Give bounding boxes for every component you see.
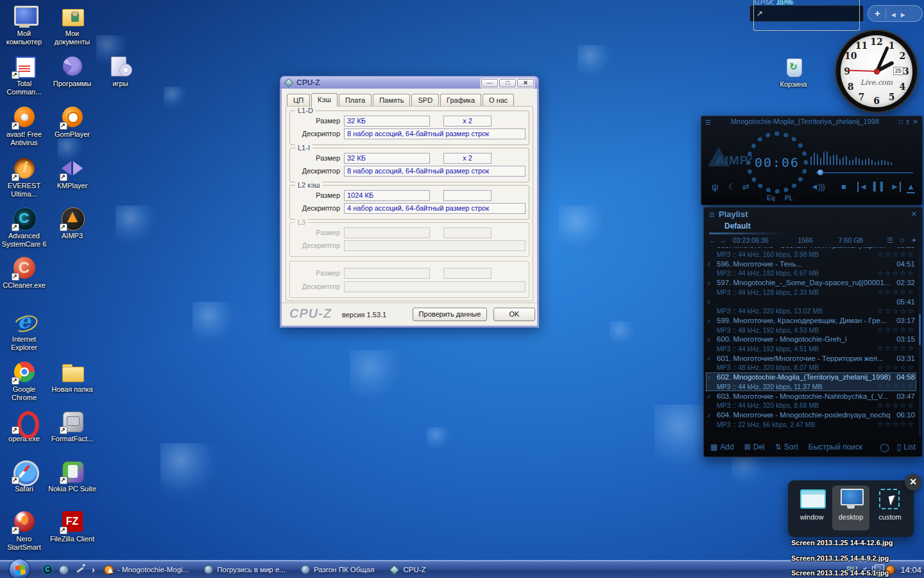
desktop-icon-recycle-bin[interactable]: Корзина — [769, 55, 817, 89]
menu-icon[interactable] — [709, 208, 715, 220]
quick-search-button[interactable]: Быстрый поиск — [809, 442, 862, 451]
descriptor-field[interactable]: 8 набор ассоций, 64-байтный размер строк — [344, 166, 526, 177]
progress-ring[interactable]: 00:06 — [746, 132, 808, 193]
tab-default[interactable]: Default — [724, 222, 751, 231]
tab-mainboard[interactable]: Плата — [339, 94, 372, 106]
minimize-icon[interactable] — [481, 79, 498, 87]
taskbar-button-cpuz[interactable]: CPU-Z — [389, 566, 425, 574]
size-field[interactable]: 32 КБ — [344, 153, 430, 164]
performance-gadget[interactable]: CPU:11% RAM:39% — [749, 5, 864, 22]
playlist-scrollbar[interactable] — [919, 247, 921, 436]
prev-page-icon[interactable] — [891, 8, 896, 19]
track-rating[interactable]: ☆☆☆☆☆ — [877, 401, 915, 410]
equalizer-label[interactable]: Eq — [767, 195, 775, 202]
track-row[interactable]: 599. Многоточие, Краснодеревщик, Диман -… — [706, 316, 916, 335]
add-gadget-icon[interactable] — [875, 8, 880, 19]
menu-icon[interactable] — [705, 116, 711, 127]
track-rating[interactable]: ☆☆☆☆☆ — [877, 382, 915, 390]
next-page-icon[interactable] — [901, 8, 905, 19]
track-rating[interactable]: ☆☆☆☆☆ — [877, 344, 915, 353]
quicklaunch-systemcare-icon[interactable] — [42, 565, 53, 575]
desktop-icon-ccleaner[interactable]: CCleaner.exe — [0, 256, 48, 290]
track-rating[interactable]: ☆☆☆☆☆ — [877, 269, 915, 277]
next-playlist-icon[interactable] — [720, 236, 727, 244]
taskbar-button-browser-1[interactable]: Погрузись в мир е... — [204, 565, 286, 574]
stop-icon[interactable] — [841, 182, 846, 192]
aimp-title-bar[interactable]: Mnogotochie-Mogila_(Territoriya_zhelanij… — [701, 116, 922, 127]
desktop-icon-opera[interactable]: opera.exe — [0, 409, 48, 443]
prev-playlist-icon[interactable] — [709, 236, 716, 244]
tray-clock[interactable]: 14:04 — [900, 565, 921, 575]
desktop-icon-formatfactory[interactable]: FormatFact... — [48, 409, 96, 443]
track-rating[interactable]: ☆☆☆☆☆ — [877, 420, 915, 428]
gadget-nav-bar[interactable] — [868, 5, 923, 22]
desktop-icon-aimp3[interactable]: AIMP3 — [48, 206, 96, 240]
tools-icon[interactable] — [911, 236, 917, 245]
size-field[interactable]: 1024 КБ — [344, 190, 430, 201]
track-row[interactable]: 604. Многоточие - Mnogotochie-poslednyay… — [706, 410, 916, 429]
track-rating[interactable]: ☆☆☆☆☆ — [877, 288, 915, 296]
pause-icon[interactable] — [873, 182, 887, 192]
tab-spd[interactable]: SPD — [411, 94, 439, 106]
maximize-icon[interactable] — [899, 118, 903, 125]
track-rating[interactable]: ☆☆☆☆☆ — [877, 307, 915, 315]
search-circle-button[interactable] — [880, 442, 889, 452]
add-button[interactable]: Add — [710, 442, 734, 451]
clock-gadget[interactable]: 12 1 2 3 4 5 6 7 8 9 10 11 Live.com 25 — [836, 31, 917, 112]
list-button[interactable]: List — [897, 442, 916, 452]
tab-graphics[interactable]: Графика — [440, 94, 481, 106]
quicklaunch-globe-icon[interactable] — [59, 565, 69, 575]
rating-filter-icon[interactable] — [899, 236, 905, 245]
playlist-title-bar[interactable]: Playlist — [704, 207, 922, 220]
desktop-icon-internet-explorer[interactable]: Internet Explorer — [0, 310, 48, 351]
capture-custom-option[interactable]: custom — [871, 486, 909, 521]
cpuz-title-bar[interactable]: CPU-Z — [280, 76, 539, 89]
scrollbar-thumb[interactable] — [919, 314, 921, 345]
track-row[interactable]: 595. Многоточие - Осень...Ч или Граммы (… — [706, 247, 916, 259]
track-row[interactable]: 601. Многоточие/Многоточие - Территория … — [706, 353, 916, 372]
track-row[interactable]: 600. Многоточие - Mnogotochie-Greh_i03:1… — [706, 335, 916, 353]
playlist-label[interactable]: PL — [785, 195, 793, 202]
desktop-icon-new-folder[interactable]: Новая папка — [48, 360, 96, 394]
track-row[interactable]: 05:41MP3 :: 44 kHz, 320 kbps, 13.02 MB☆☆… — [706, 297, 916, 315]
eject-icon[interactable] — [907, 182, 915, 193]
desktop-icon-gomplayer[interactable]: GomPlayer — [48, 105, 96, 139]
taskbar-button-aimp[interactable]: - Mnogotochie-Mogi... — [104, 565, 189, 575]
shuffle-icon[interactable] — [742, 182, 749, 192]
playlist-options-icon[interactable] — [887, 236, 893, 245]
quicklaunch-expand-icon[interactable] — [92, 565, 95, 575]
radio-icon[interactable] — [712, 182, 719, 193]
desktop-icon-my-documents[interactable]: Мои документы — [48, 4, 96, 46]
capture-desktop-option[interactable]: desktop — [832, 486, 869, 530]
close-icon[interactable] — [913, 118, 918, 125]
track-row[interactable]: 603. Многоточие - Mnogotochie-Nahlobychk… — [706, 391, 916, 410]
tab-cpu[interactable]: ЦП — [287, 94, 310, 106]
track-rating[interactable]: ☆☆☆☆☆ — [877, 326, 915, 334]
desktop-icon-programs[interactable]: Программы — [48, 54, 96, 88]
tab-cache[interactable]: Кэш — [311, 93, 338, 107]
sort-button[interactable]: Sort — [775, 442, 798, 451]
close-icon[interactable] — [911, 210, 917, 218]
validate-button[interactable]: Проверить данные — [413, 308, 487, 321]
desktop-icon-avast[interactable]: avast! Free Antivirus — [0, 105, 48, 146]
volume-slider[interactable] — [816, 172, 913, 173]
close-icon[interactable] — [517, 79, 534, 87]
tab-memory[interactable]: Память — [373, 94, 410, 106]
ways-field[interactable]: x 2 — [443, 153, 492, 164]
capture-window-option[interactable]: window — [793, 486, 830, 521]
desktop-icon-everest[interactable]: EVEREST Ultima... — [0, 156, 48, 198]
ways-field[interactable] — [443, 190, 492, 201]
desktop-icon-nokia-pc-suite[interactable]: Nokia PC Suite — [48, 459, 96, 493]
ok-button[interactable]: OK — [493, 308, 535, 321]
maximize-icon[interactable] — [499, 79, 516, 87]
size-field[interactable]: 32 КБ — [344, 116, 430, 127]
start-button[interactable] — [9, 559, 30, 578]
speaker-icon[interactable] — [810, 182, 825, 192]
descriptor-field[interactable]: 8 набор ассоций, 64-байтный размер строк — [344, 128, 526, 139]
delete-button[interactable]: Del — [744, 442, 765, 451]
track-row[interactable]: 597. Mnogotochie_-_Some_Day-spaces_ru[(0… — [706, 278, 916, 297]
tab-about[interactable]: О нас — [483, 94, 514, 106]
desktop-icon-games[interactable]: игры — [96, 54, 144, 88]
desktop-icon-kmplayer[interactable]: KMPlayer — [48, 156, 96, 190]
track-row[interactable]: 596. Многоточие - Тень...04:51MP3 :: 44 … — [706, 259, 916, 277]
